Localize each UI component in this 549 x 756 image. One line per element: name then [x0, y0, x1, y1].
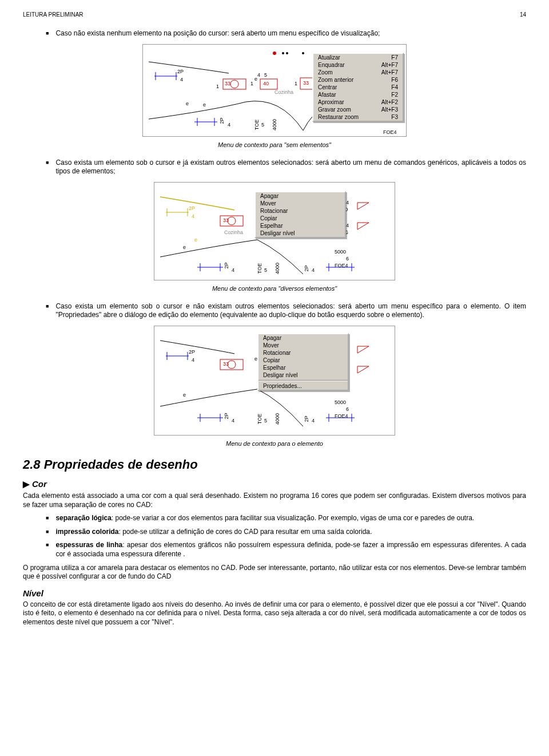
- figure-caption: Menu de contexto para o elemento: [23, 440, 526, 447]
- context-menu-generic[interactable]: Apagar Mover Rotacionar Copiar Espelhar …: [254, 191, 346, 238]
- cad-label: e: [183, 392, 186, 398]
- cad-label: 4000: [272, 119, 277, 130]
- bullet-text: Caso exista um elemento sob o cursor e n…: [55, 302, 526, 320]
- cad-label: TOE: [257, 263, 262, 274]
- menu-item[interactable]: Espelhar: [258, 364, 348, 371]
- cad-label: 4: [192, 357, 194, 363]
- context-menu-view[interactable]: AtualizarF7 EnquadrarAlt+F7 ZoomAlt+F7 Z…: [312, 53, 404, 122]
- square-bullet-icon: ■: [46, 29, 49, 38]
- subheading-cor: ▶Cor: [23, 479, 526, 489]
- menu-item[interactable]: Mover: [258, 342, 348, 349]
- cad-label: TOE: [257, 414, 262, 424]
- menu-item[interactable]: Rotacionar: [258, 349, 348, 357]
- menu-item[interactable]: Espelhar: [256, 222, 345, 229]
- menu-item[interactable]: ZoomAlt+F7: [313, 69, 403, 76]
- square-bullet-icon: ■: [46, 159, 49, 176]
- figure-caption: Menu de contexto para "diversos elemento…: [23, 285, 526, 292]
- cad-label: 6: [346, 406, 349, 412]
- menu-item[interactable]: Restaurar zoomF3: [313, 113, 403, 121]
- cad-label: 4: [312, 267, 315, 273]
- menu-item[interactable]: Rotacionar: [256, 207, 345, 215]
- cad-label: 2P: [224, 262, 229, 268]
- cad-label: Cozinha: [274, 89, 293, 95]
- cad-label: 6: [346, 256, 349, 262]
- header-right: 14: [520, 11, 526, 18]
- cad-label: 2P: [224, 413, 229, 419]
- menu-item[interactable]: Apagar: [258, 334, 348, 342]
- svg-point-11: [282, 52, 284, 54]
- cad-label: FOE4: [383, 129, 397, 135]
- bullet-item: ■ Caso exista um elemento sob o cursor e…: [23, 159, 526, 176]
- menu-item[interactable]: EnquadrarAlt+F7: [313, 61, 403, 69]
- svg-point-29: [228, 361, 236, 369]
- cad-label: 5: [261, 122, 264, 128]
- cad-label: 5: [264, 418, 267, 423]
- bullet-item: ■ Caso não exista nenhum elemento na pos…: [23, 29, 526, 38]
- cad-label: FOE4: [335, 263, 348, 268]
- section-heading: 2.8 Propriedades de desenho: [23, 457, 526, 472]
- cad-label: 4: [346, 200, 349, 205]
- cad-label: 4: [312, 418, 315, 423]
- paragraph: Cada elemento está associado a uma cor c…: [23, 492, 526, 509]
- cad-label: 2P: [189, 205, 195, 211]
- svg-point-13: [302, 52, 304, 54]
- bullet-text: impressão colorida: pode-se utilizar a d…: [55, 528, 526, 537]
- bullet-item: ■ espessuras de linha: apesar dos elemen…: [23, 541, 526, 559]
- cad-label: 4000: [274, 413, 280, 425]
- menu-item[interactable]: Copiar: [256, 215, 345, 222]
- bullet-item: ■ impressão colorida: pode-se utilizar a…: [23, 528, 526, 537]
- cad-label: 5: [264, 72, 267, 78]
- cad-label: 1: [295, 81, 297, 86]
- menu-item[interactable]: AtualizarF7: [313, 54, 403, 61]
- cad-label: 33: [303, 80, 309, 86]
- bullet-item: ■ Caso exista um elemento sob o cursor e…: [23, 302, 526, 320]
- menu-item[interactable]: AproximarAlt+F2: [313, 98, 403, 106]
- svg-point-4: [230, 80, 238, 88]
- cad-label: FOE4: [335, 413, 348, 419]
- svg-point-10: [273, 52, 276, 55]
- cad-label: 2P: [177, 69, 184, 74]
- menu-item[interactable]: Apagar: [256, 192, 345, 200]
- cad-label: TOE: [254, 119, 260, 129]
- menu-item[interactable]: Desligar nível: [258, 371, 348, 379]
- figure-caption: Menu de contexto para "sem elementos": [23, 141, 526, 148]
- cad-label: 4000: [274, 263, 280, 274]
- menu-item[interactable]: Copiar: [258, 357, 348, 364]
- square-bullet-icon: ■: [46, 514, 49, 523]
- menu-item-properties[interactable]: Propriedades...: [258, 382, 348, 390]
- cad-label: 40: [263, 81, 269, 86]
- cad-label: 4: [232, 267, 234, 273]
- cad-label: e: [183, 244, 186, 250]
- cad-label: 4: [228, 122, 230, 128]
- menu-separator: [258, 380, 348, 381]
- cad-label: 2P: [219, 117, 225, 124]
- cad-label: e: [186, 101, 189, 106]
- cad-label: 2P: [304, 415, 309, 422]
- menu-item[interactable]: CentrarF4: [313, 84, 403, 91]
- bullet-item: ■ separação lógica: pode-se variar a cor…: [23, 514, 526, 523]
- cad-label: Cozinha: [224, 229, 243, 235]
- bullet-text: espessuras de linha: apesar dos elemento…: [55, 541, 526, 559]
- bullet-text: Caso exista um elemento sob o cursor e j…: [55, 159, 526, 176]
- subheading-nivel: Nível: [23, 588, 526, 598]
- cad-label: 5000: [335, 399, 346, 405]
- square-bullet-icon: ■: [46, 541, 49, 559]
- figure-1: 2P 4 1 33 e 1 4 5 40 Cozinha 1 33 e e 2P…: [23, 44, 526, 137]
- cad-label: 4: [192, 213, 194, 219]
- menu-item[interactable]: AfastarF2: [313, 91, 403, 98]
- cad-label: 33: [223, 217, 229, 223]
- menu-item[interactable]: Desligar nível: [256, 229, 345, 237]
- context-menu-element[interactable]: Apagar Mover Rotacionar Copiar Espelhar …: [257, 333, 349, 391]
- cad-label: 4: [257, 72, 260, 78]
- header-left: LEITURA PRELIMINAR: [23, 11, 83, 18]
- cad-label: 33: [225, 81, 230, 86]
- triangle-icon: ▶: [23, 479, 30, 489]
- figure-3: 2P 4 33 e e 312 4 GLD 3000 4 LLG 5000 6 …: [23, 326, 526, 436]
- menu-item[interactable]: Zoom anteriorF6: [313, 76, 403, 84]
- cad-label: 4: [232, 418, 234, 423]
- cad-label: e: [203, 102, 206, 108]
- figure-2: 2P 4 33 Cozinha e e 312 4 GLD 3000 4 LLG…: [23, 182, 526, 280]
- paragraph: O conceito de cor está diretamente ligad…: [23, 600, 526, 627]
- menu-item[interactable]: Mover: [256, 200, 345, 207]
- menu-item[interactable]: Gravar zoomAlt+F3: [313, 106, 403, 113]
